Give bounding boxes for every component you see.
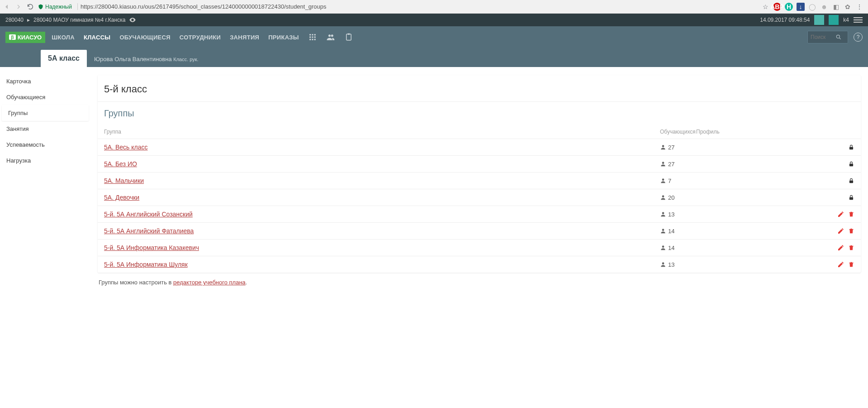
svg-point-24	[662, 245, 664, 248]
delete-icon[interactable]	[848, 261, 854, 268]
svg-point-18	[662, 178, 664, 181]
group-link[interactable]: 5А. Весь класс	[104, 144, 147, 151]
search-icon	[835, 34, 842, 40]
group-link[interactable]: 5-й. 5А Информатика Казакевич	[104, 244, 199, 251]
card: 5-й класс Группы Группа Обучающихся Проф…	[98, 75, 861, 273]
extension-h-icon[interactable]: H	[785, 3, 793, 11]
group-link[interactable]: 5-й. 5А Английский Созанский	[104, 211, 193, 218]
sub-header: 5А класс Юрова Ольга Валентиновна Класс.…	[0, 48, 868, 67]
svg-rect-12	[348, 34, 350, 35]
browser-forward-button[interactable]	[14, 3, 23, 11]
group-link[interactable]: 5А. Мальчики	[104, 177, 144, 184]
nav-item[interactable]: КЛАССЫ	[84, 34, 110, 41]
teacher-info: Юрова Ольга Валентиновна Класс. рук.	[87, 56, 199, 67]
nav-item[interactable]: ШКОЛА	[52, 34, 75, 41]
extension-gear-icon[interactable]: ✿	[844, 3, 852, 11]
header-group: Группа	[104, 129, 660, 135]
group-link[interactable]: 5-й. 5А Информатика Шуляк	[104, 261, 188, 268]
page-title: 5-й класс	[98, 75, 861, 101]
student-count: 20	[660, 194, 696, 201]
table-row: 5-й. 5А Английский Созанский13	[98, 206, 861, 223]
delete-icon[interactable]	[848, 227, 854, 235]
nav-item[interactable]: СОТРУДНИКИ	[180, 34, 221, 41]
svg-rect-21	[849, 197, 853, 200]
chrome-menu-icon[interactable]: ⋮	[855, 3, 863, 11]
layout: КарточкаОбучающиесяГруппыЗанятияУспеваем…	[0, 67, 868, 306]
svg-point-22	[662, 212, 664, 214]
extension-cube-icon[interactable]: ◧	[832, 3, 840, 11]
edit-icon[interactable]	[837, 227, 844, 235]
svg-rect-6	[309, 39, 311, 40]
secure-label: Надежный	[45, 4, 72, 10]
bookmark-star-icon[interactable]: ☆	[761, 3, 769, 11]
nav-item[interactable]: ПРИКАЗЫ	[268, 34, 299, 41]
abp-icon[interactable]: ABP	[773, 3, 781, 11]
svg-rect-17	[849, 163, 853, 166]
table-row: 5А. Мальчики7	[98, 173, 861, 189]
student-count: 7	[660, 178, 696, 184]
group-link[interactable]: 5А. Девочки	[104, 194, 139, 201]
apps-icon[interactable]	[308, 33, 317, 42]
eye-icon[interactable]	[129, 16, 136, 24]
delete-icon[interactable]	[848, 211, 854, 218]
teacher-name: Юрова Ольга Валентиновна	[94, 56, 172, 62]
section-title: Группы	[98, 101, 861, 125]
nav-items: ШКОЛАКЛАССЫОБУЧАЮЩИЕСЯСОТРУДНИКИЗАНЯТИЯП…	[52, 33, 353, 42]
context-bar: 280040 ▸ 280040 МАОУ гимназия №4 г.Канск…	[0, 14, 868, 26]
svg-rect-15	[849, 147, 853, 149]
help-icon[interactable]: ?	[854, 33, 863, 42]
download-icon[interactable]: ↓	[797, 3, 805, 11]
student-count: 14	[660, 245, 696, 251]
class-tab[interactable]: 5А класс	[41, 50, 87, 67]
edit-icon[interactable]	[837, 211, 844, 218]
lock-icon	[848, 144, 854, 150]
browser-reload-button[interactable]	[26, 3, 34, 11]
edit-icon[interactable]	[837, 261, 844, 268]
school-name[interactable]: 280040 МАОУ гимназия №4 г.Канска	[33, 17, 125, 23]
url-bar[interactable]: https://280040.kiasuo.ru/ous/2617495/sch…	[77, 3, 758, 10]
sidebar-item[interactable]: Карточка	[0, 73, 90, 89]
extension-circle-icon[interactable]: ◯	[808, 3, 816, 11]
footer-note: Группы можно настроить в редакторе учебн…	[98, 273, 861, 292]
user-label[interactable]: k4	[843, 17, 849, 23]
sidebar-item[interactable]: Обучающиеся	[0, 89, 90, 105]
sidebar-item[interactable]: Успеваемость	[0, 137, 90, 153]
delete-icon[interactable]	[848, 244, 854, 251]
brand-name: КИАСУО	[18, 34, 42, 41]
clipboard-icon[interactable]	[344, 33, 353, 42]
content: 5-й класс Группы Группа Обучающихся Проф…	[90, 67, 868, 306]
nav-item[interactable]: ОБУЧАЮЩИЕСЯ	[119, 34, 170, 41]
svg-rect-7	[312, 39, 313, 40]
table-row: 5-й. 5А Информатика Казакевич14	[98, 240, 861, 256]
extension-person-icon[interactable]: ☻	[820, 3, 828, 11]
header-profile: Профиль	[696, 129, 827, 135]
hamburger-menu-icon[interactable]	[854, 17, 863, 23]
svg-rect-11	[346, 34, 351, 40]
svg-rect-4	[312, 37, 313, 38]
footer-link[interactable]: редакторе учебного плана	[173, 279, 246, 286]
chevron-right-icon: ▸	[27, 17, 30, 23]
svg-rect-5	[314, 37, 316, 38]
svg-point-14	[662, 145, 664, 147]
sidebar-item[interactable]: Занятия	[0, 121, 90, 137]
footer-text: Группы можно настроить в	[99, 279, 173, 286]
nav-item[interactable]: ЗАНЯТИЯ	[230, 34, 259, 41]
status-box-1	[814, 15, 824, 25]
sidebar: КарточкаОбучающиесяГруппыЗанятияУспеваем…	[0, 67, 90, 306]
svg-point-25	[662, 262, 664, 264]
group-link[interactable]: 5-й. 5А Английский Фаталиева	[104, 227, 194, 235]
svg-rect-19	[849, 180, 853, 183]
status-box-2	[829, 15, 839, 25]
people-icon[interactable]	[326, 33, 335, 42]
group-link[interactable]: 5А. Без ИО	[104, 160, 137, 168]
edit-icon[interactable]	[837, 244, 844, 251]
sidebar-item[interactable]: Нагрузка	[0, 153, 90, 168]
browser-back-button[interactable]	[3, 3, 11, 11]
header-actions	[827, 129, 854, 135]
svg-rect-1	[312, 34, 313, 35]
table-row: 5А. Без ИО27	[98, 156, 861, 173]
search-input[interactable]	[811, 34, 835, 40]
sidebar-item[interactable]: Группы	[2, 105, 89, 121]
logo[interactable]: β КИАСУО	[5, 32, 45, 43]
search-box[interactable]	[807, 31, 848, 43]
